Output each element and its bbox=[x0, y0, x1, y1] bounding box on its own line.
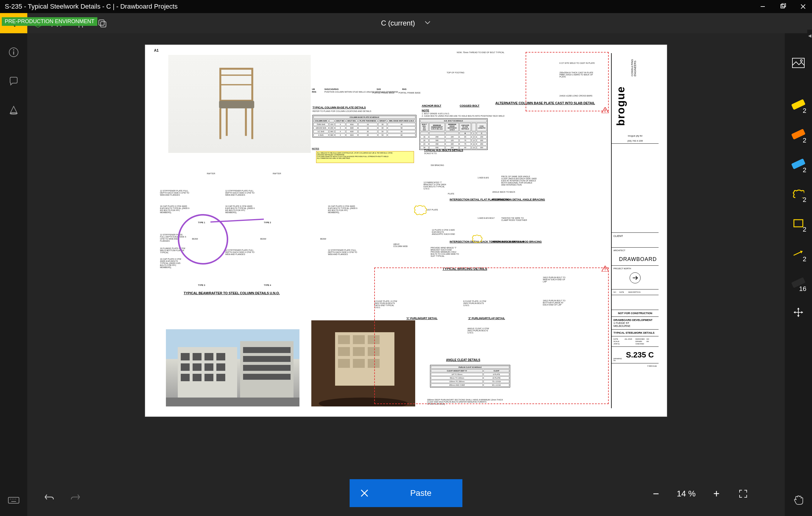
pasted-chair-image[interactable] bbox=[168, 55, 311, 153]
txt: REFER TO PLANS FOR COLUMN LOCATIONS AND … bbox=[313, 110, 371, 112]
paste-cancel-button[interactable] bbox=[350, 489, 379, 497]
txt: TYPE 2 bbox=[264, 222, 271, 224]
minimize-button[interactable] bbox=[759, 2, 767, 11]
svg-rect-104 bbox=[353, 335, 365, 344]
left-sidebar bbox=[0, 33, 27, 516]
txt: PORTAL FRAME BASE bbox=[373, 92, 395, 94]
svg-rect-89 bbox=[193, 364, 202, 371]
txt: 1. BOLT GRADE 4.6/S U.N.O. bbox=[422, 113, 450, 115]
image-tool[interactable] bbox=[788, 51, 809, 75]
rect-tool[interactable]: 2 bbox=[788, 211, 809, 235]
txt: NOTES bbox=[312, 148, 319, 150]
tool-count: 2 bbox=[803, 226, 806, 233]
txt: UB bbox=[312, 88, 315, 90]
txt: PORTAL FRAME BASE bbox=[399, 92, 420, 94]
svg-rect-106 bbox=[338, 347, 350, 356]
zoom-in-button[interactable]: + bbox=[710, 488, 722, 500]
arrow-tool[interactable]: 2 bbox=[788, 241, 809, 265]
info-icon[interactable] bbox=[6, 45, 21, 59]
keyboard-icon[interactable] bbox=[6, 493, 21, 507]
svg-rect-1 bbox=[781, 4, 784, 8]
yellow-cloud-markup[interactable] bbox=[413, 205, 428, 215]
svg-point-25 bbox=[801, 60, 802, 61]
tool-count: 2 bbox=[803, 196, 806, 204]
zoom-out-button[interactable]: − bbox=[650, 488, 662, 500]
svg-rect-13 bbox=[100, 22, 106, 27]
comments-icon[interactable] bbox=[6, 74, 21, 88]
txt: TYPE 4 bbox=[264, 284, 271, 286]
svg-rect-26 bbox=[794, 220, 803, 227]
revision-dropdown[interactable]: C (current) bbox=[381, 19, 431, 28]
txt: 12 STIFFFENER PLATE FULL DEPTH EACH SIDE… bbox=[328, 249, 358, 255]
svg-rect-110 bbox=[353, 359, 365, 368]
cloud-tool[interactable]: 2 bbox=[788, 182, 809, 205]
txt: BEAM bbox=[320, 238, 326, 240]
highlighter-blue[interactable]: 2 bbox=[788, 152, 809, 176]
svg-point-114 bbox=[605, 112, 605, 113]
svg-rect-98 bbox=[243, 365, 291, 371]
redo-button[interactable] bbox=[68, 490, 83, 504]
highlighter-orange[interactable]: 2 bbox=[788, 122, 809, 146]
txt: UB/UC COLUMN WEB bbox=[393, 243, 408, 247]
pan-hand-icon[interactable] bbox=[791, 493, 806, 507]
svg-rect-100 bbox=[166, 398, 299, 406]
close-button[interactable] bbox=[799, 2, 807, 11]
undo-button[interactable] bbox=[42, 490, 56, 504]
txt: SW BRACING bbox=[431, 164, 444, 166]
txt: RHS bbox=[402, 88, 407, 90]
right-sidebar: 22222216 bbox=[785, 33, 812, 516]
svg-rect-97 bbox=[243, 356, 291, 362]
paste-button[interactable]: Paste bbox=[379, 488, 462, 498]
collapse-sidebar-icon[interactable]: ◀ bbox=[807, 30, 812, 41]
txt: SCALE N.T.S. bbox=[424, 152, 437, 154]
highlighter-yellow[interactable]: 2 bbox=[788, 93, 809, 116]
punch-icon[interactable] bbox=[6, 103, 21, 118]
svg-rect-18 bbox=[8, 497, 19, 503]
svg-rect-95 bbox=[216, 374, 225, 381]
txt: RHS bbox=[312, 91, 316, 93]
svg-rect-85 bbox=[193, 353, 202, 361]
txt: 12 FABRICATED 'T' BRACKET 6 CFW 2M24 8.8… bbox=[424, 181, 447, 190]
txt: 2. CAGE BOLTS USING R10 200 USE TO HOLD … bbox=[422, 115, 504, 117]
yellow-note: ALL WELDS TO BE 6mm E48 CONTINUOUS. (FOR… bbox=[316, 151, 414, 163]
consultant-logo: brogue bbox=[612, 55, 630, 132]
drawing-sheet: A1 bbox=[145, 45, 667, 417]
tool-count: 2 bbox=[803, 137, 806, 144]
svg-rect-86 bbox=[204, 353, 213, 361]
svg-point-15 bbox=[13, 49, 14, 51]
txt: SHS/CHS/RHS bbox=[324, 88, 339, 90]
lbl-beam-rafter: TYPICAL BEAM/RAFTER TO STEEL COLUMN DETA… bbox=[184, 291, 280, 295]
hd-bolt-schedule: H.D. BOLT SCHEDULE BOLT DIA. (D) mmMINIM… bbox=[419, 118, 488, 150]
svg-rect-94 bbox=[204, 374, 213, 381]
yellow-cloud-markup[interactable] bbox=[472, 234, 484, 243]
lbl: NOTE bbox=[422, 109, 429, 112]
pasted-building-image[interactable] bbox=[166, 329, 299, 406]
warning-triangle-icon bbox=[602, 266, 609, 271]
tool-count: 2 bbox=[803, 166, 806, 174]
pen-black[interactable]: 16 bbox=[788, 271, 809, 294]
svg-rect-2 bbox=[782, 3, 786, 7]
svg-rect-92 bbox=[181, 374, 190, 381]
tool-count: 16 bbox=[799, 285, 806, 293]
chevron-down-icon bbox=[424, 19, 431, 28]
zoom-controls: − 14 % + bbox=[650, 480, 749, 507]
maximize-button[interactable] bbox=[779, 2, 787, 11]
txt: 16 CAP PLATE 6 CFW 4M20 8.8/S BOLTS TYPI… bbox=[160, 205, 190, 213]
txt: SHS bbox=[377, 88, 381, 90]
warning-triangle-icon bbox=[602, 107, 609, 113]
red-cloud-markup-1[interactable] bbox=[526, 52, 609, 111]
architect-logo: DRAWBOARD bbox=[612, 253, 659, 265]
svg-rect-84 bbox=[181, 353, 190, 361]
move-tool[interactable] bbox=[788, 300, 809, 324]
column-base-schedule: COLUMN BASE PLATE SCHEDULE COLUMN SIZEBO… bbox=[313, 115, 416, 138]
txt: 16 CAP PLATE 6 CFW 4M20 8.8/S BOLTS TYPI… bbox=[328, 205, 358, 213]
txt: 12 STIFFFENER PLATE FULL DEPTH EACH SIDE… bbox=[225, 190, 255, 196]
fit-screen-button[interactable] bbox=[737, 488, 749, 500]
svg-rect-93 bbox=[193, 374, 202, 381]
svg-rect-87 bbox=[216, 353, 225, 361]
lbl-anchor: ANCHOR BOLT bbox=[422, 104, 441, 107]
red-cloud-markup-2[interactable] bbox=[374, 267, 609, 404]
drawing-canvas[interactable]: A1 bbox=[27, 33, 785, 516]
svg-rect-88 bbox=[181, 364, 190, 371]
txt: 12 STIFFFENER PLATE FULL DEPTH EACH SIDE… bbox=[160, 190, 190, 196]
